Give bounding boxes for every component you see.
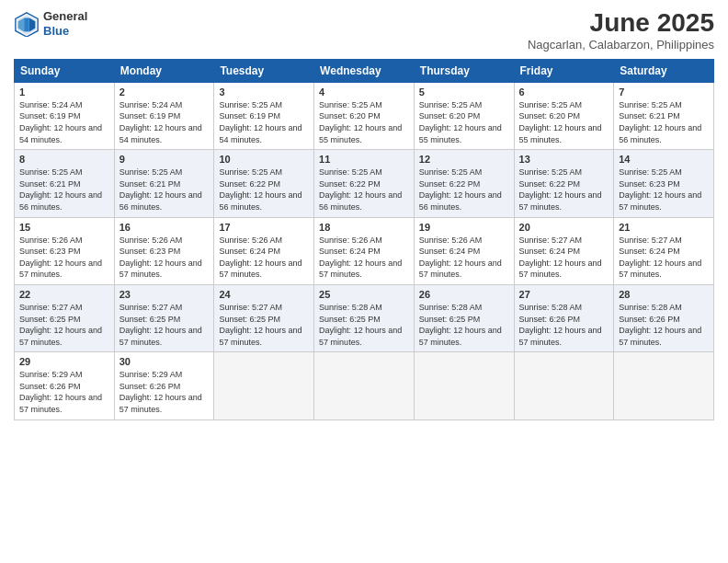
table-row: 16 Sunrise: 5:26 AM Sunset: 6:23 PM Dayl… [114, 217, 214, 284]
day-number: 20 [519, 222, 609, 233]
day-number: 30 [119, 356, 210, 367]
day-number: 8 [19, 154, 109, 165]
calendar-week-row: 1 Sunrise: 5:24 AM Sunset: 6:19 PM Dayli… [15, 82, 714, 149]
table-row: 15 Sunrise: 5:26 AM Sunset: 6:23 PM Dayl… [15, 217, 115, 284]
day-number: 14 [619, 154, 709, 165]
table-row [314, 352, 415, 419]
logo-text: General Blue [43, 9, 87, 38]
day-number: 11 [319, 154, 409, 165]
table-row: 10 Sunrise: 5:25 AM Sunset: 6:22 PM Dayl… [214, 150, 314, 217]
day-number: 17 [219, 222, 309, 233]
day-info: Sunrise: 5:25 AM Sunset: 6:22 PM Dayligh… [219, 167, 309, 213]
table-row: 30 Sunrise: 5:29 AM Sunset: 6:26 PM Dayl… [114, 352, 214, 419]
day-number: 27 [519, 289, 609, 300]
day-info: Sunrise: 5:28 AM Sunset: 6:25 PM Dayligh… [419, 302, 509, 348]
table-row: 28 Sunrise: 5:28 AM Sunset: 6:26 PM Dayl… [614, 284, 714, 351]
calendar-week-row: 22 Sunrise: 5:27 AM Sunset: 6:25 PM Dayl… [15, 284, 714, 351]
day-number: 15 [19, 222, 109, 233]
day-number: 23 [119, 289, 210, 300]
day-info: Sunrise: 5:29 AM Sunset: 6:26 PM Dayligh… [119, 369, 210, 415]
day-info: Sunrise: 5:26 AM Sunset: 6:23 PM Dayligh… [19, 235, 109, 281]
table-row: 3 Sunrise: 5:25 AM Sunset: 6:19 PM Dayli… [214, 82, 314, 149]
table-row: 29 Sunrise: 5:29 AM Sunset: 6:26 PM Dayl… [15, 352, 115, 419]
day-info: Sunrise: 5:27 AM Sunset: 6:24 PM Dayligh… [619, 235, 709, 281]
table-row: 17 Sunrise: 5:26 AM Sunset: 6:24 PM Dayl… [214, 217, 314, 284]
day-info: Sunrise: 5:25 AM Sunset: 6:20 PM Dayligh… [419, 99, 509, 145]
table-row [214, 352, 314, 419]
logo-icon [14, 11, 40, 37]
table-row: 25 Sunrise: 5:28 AM Sunset: 6:25 PM Dayl… [314, 284, 415, 351]
day-info: Sunrise: 5:26 AM Sunset: 6:24 PM Dayligh… [219, 235, 309, 281]
table-row: 9 Sunrise: 5:25 AM Sunset: 6:21 PM Dayli… [114, 150, 214, 217]
logo: General Blue [14, 9, 87, 38]
location: Nagcarlan, Calabarzon, Philippines [528, 38, 714, 52]
day-info: Sunrise: 5:25 AM Sunset: 6:21 PM Dayligh… [119, 167, 210, 213]
table-row: 7 Sunrise: 5:25 AM Sunset: 6:21 PM Dayli… [614, 82, 714, 149]
table-row: 14 Sunrise: 5:25 AM Sunset: 6:23 PM Dayl… [614, 150, 714, 217]
day-number: 9 [119, 154, 210, 165]
table-row: 8 Sunrise: 5:25 AM Sunset: 6:21 PM Dayli… [15, 150, 115, 217]
day-info: Sunrise: 5:25 AM Sunset: 6:23 PM Dayligh… [619, 167, 709, 213]
day-number: 1 [19, 86, 109, 98]
calendar-week-row: 29 Sunrise: 5:29 AM Sunset: 6:26 PM Dayl… [15, 352, 714, 419]
day-number: 28 [619, 289, 709, 300]
table-row: 19 Sunrise: 5:26 AM Sunset: 6:24 PM Dayl… [414, 217, 514, 284]
col-wednesday: Wednesday [314, 59, 415, 82]
day-info: Sunrise: 5:26 AM Sunset: 6:24 PM Dayligh… [419, 235, 509, 281]
day-info: Sunrise: 5:28 AM Sunset: 6:25 PM Dayligh… [319, 302, 409, 348]
col-tuesday: Tuesday [214, 59, 314, 82]
title-block: June 2025 Nagcarlan, Calabarzon, Philipp… [528, 9, 714, 52]
day-number: 16 [119, 222, 210, 233]
table-row: 18 Sunrise: 5:26 AM Sunset: 6:24 PM Dayl… [314, 217, 415, 284]
logo-blue: Blue [43, 24, 69, 38]
svg-rect-4 [24, 17, 29, 31]
col-sunday: Sunday [15, 59, 115, 82]
day-number: 22 [19, 289, 109, 300]
table-row: 2 Sunrise: 5:24 AM Sunset: 6:19 PM Dayli… [114, 82, 214, 149]
table-row: 23 Sunrise: 5:27 AM Sunset: 6:25 PM Dayl… [114, 284, 214, 351]
table-row: 27 Sunrise: 5:28 AM Sunset: 6:26 PM Dayl… [514, 284, 614, 351]
day-number: 6 [519, 86, 609, 98]
table-row: 1 Sunrise: 5:24 AM Sunset: 6:19 PM Dayli… [15, 82, 115, 149]
table-row: 26 Sunrise: 5:28 AM Sunset: 6:25 PM Dayl… [414, 284, 514, 351]
page: General Blue June 2025 Nagcarlan, Calaba… [0, 0, 728, 563]
table-row: 11 Sunrise: 5:25 AM Sunset: 6:22 PM Dayl… [314, 150, 415, 217]
table-row: 6 Sunrise: 5:25 AM Sunset: 6:20 PM Dayli… [514, 82, 614, 149]
table-row: 20 Sunrise: 5:27 AM Sunset: 6:24 PM Dayl… [514, 217, 614, 284]
day-info: Sunrise: 5:27 AM Sunset: 6:25 PM Dayligh… [119, 302, 210, 348]
day-info: Sunrise: 5:25 AM Sunset: 6:20 PM Dayligh… [519, 99, 609, 145]
day-info: Sunrise: 5:25 AM Sunset: 6:22 PM Dayligh… [319, 167, 409, 213]
day-info: Sunrise: 5:25 AM Sunset: 6:21 PM Dayligh… [19, 167, 109, 213]
day-info: Sunrise: 5:24 AM Sunset: 6:19 PM Dayligh… [119, 99, 210, 145]
day-info: Sunrise: 5:26 AM Sunset: 6:23 PM Dayligh… [119, 235, 210, 281]
table-row: 22 Sunrise: 5:27 AM Sunset: 6:25 PM Dayl… [15, 284, 115, 351]
table-row [614, 352, 714, 419]
day-number: 3 [219, 86, 309, 98]
col-thursday: Thursday [414, 59, 514, 82]
col-monday: Monday [114, 59, 214, 82]
calendar-header-row: Sunday Monday Tuesday Wednesday Thursday… [15, 59, 714, 82]
day-info: Sunrise: 5:27 AM Sunset: 6:25 PM Dayligh… [19, 302, 109, 348]
calendar-week-row: 8 Sunrise: 5:25 AM Sunset: 6:21 PM Dayli… [15, 150, 714, 217]
logo-general: General [43, 9, 87, 23]
day-info: Sunrise: 5:25 AM Sunset: 6:19 PM Dayligh… [219, 99, 309, 145]
table-row [414, 352, 514, 419]
day-info: Sunrise: 5:25 AM Sunset: 6:22 PM Dayligh… [419, 167, 509, 213]
day-number: 29 [19, 356, 109, 367]
day-info: Sunrise: 5:25 AM Sunset: 6:21 PM Dayligh… [619, 99, 709, 145]
day-number: 13 [519, 154, 609, 165]
calendar-week-row: 15 Sunrise: 5:26 AM Sunset: 6:23 PM Dayl… [15, 217, 714, 284]
day-info: Sunrise: 5:27 AM Sunset: 6:24 PM Dayligh… [519, 235, 609, 281]
day-info: Sunrise: 5:28 AM Sunset: 6:26 PM Dayligh… [519, 302, 609, 348]
day-info: Sunrise: 5:27 AM Sunset: 6:25 PM Dayligh… [219, 302, 309, 348]
day-info: Sunrise: 5:24 AM Sunset: 6:19 PM Dayligh… [19, 99, 109, 145]
day-number: 24 [219, 289, 309, 300]
day-number: 12 [419, 154, 509, 165]
table-row: 4 Sunrise: 5:25 AM Sunset: 6:20 PM Dayli… [314, 82, 415, 149]
day-info: Sunrise: 5:25 AM Sunset: 6:22 PM Dayligh… [519, 167, 609, 213]
table-row: 12 Sunrise: 5:25 AM Sunset: 6:22 PM Dayl… [414, 150, 514, 217]
day-info: Sunrise: 5:26 AM Sunset: 6:24 PM Dayligh… [319, 235, 409, 281]
header: General Blue June 2025 Nagcarlan, Calaba… [14, 9, 714, 52]
calendar: Sunday Monday Tuesday Wednesday Thursday… [14, 59, 714, 420]
day-number: 25 [319, 289, 409, 300]
